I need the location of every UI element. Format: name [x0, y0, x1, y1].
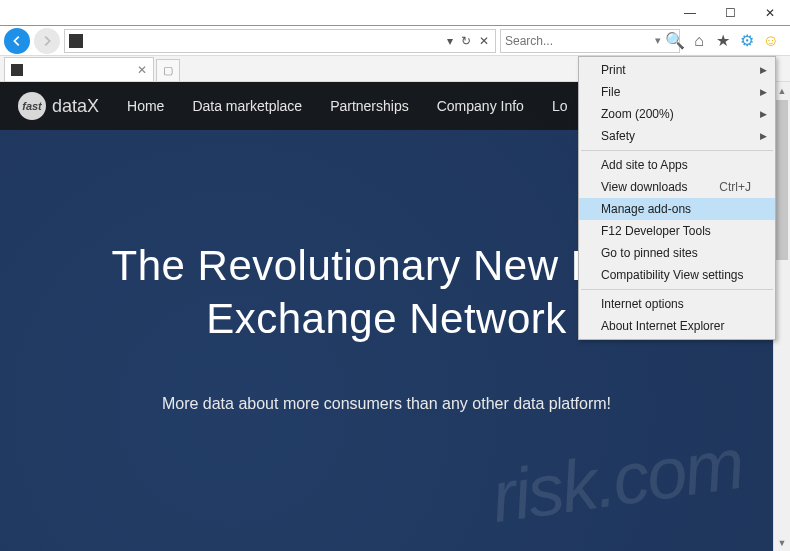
feedback-smiley-icon[interactable]: ☺: [762, 32, 780, 50]
nav-login[interactable]: Lo: [552, 98, 568, 114]
scroll-up-arrow-icon[interactable]: ▲: [774, 82, 790, 99]
scroll-down-arrow-icon[interactable]: ▼: [774, 534, 790, 551]
gear-icon[interactable]: ⚙: [738, 32, 756, 50]
nav-company-info[interactable]: Company Info: [437, 98, 524, 114]
address-dropdown-icon[interactable]: ▾: [445, 34, 455, 48]
refresh-icon[interactable]: ↻: [459, 34, 473, 48]
menu-view-downloads[interactable]: View downloads Ctrl+J: [579, 176, 775, 198]
watermark-text: risk.com: [487, 422, 748, 538]
menu-about-internet-explorer[interactable]: About Internet Explorer: [579, 315, 775, 337]
toolbar-right-icons: ⌂ ★ ⚙ ☺: [684, 32, 786, 50]
address-input[interactable]: [89, 34, 439, 48]
tab-close-icon[interactable]: ✕: [137, 63, 147, 77]
menu-f12-developer-tools[interactable]: F12 Developer Tools: [579, 220, 775, 242]
menu-label: Internet options: [601, 297, 684, 311]
menu-safety[interactable]: Safety ▶: [579, 125, 775, 147]
menu-add-site-to-apps[interactable]: Add site to Apps: [579, 154, 775, 176]
submenu-arrow-icon: ▶: [760, 131, 767, 141]
menu-label: Compatibility View settings: [601, 268, 744, 282]
window-minimize-button[interactable]: —: [670, 0, 710, 26]
menu-label: About Internet Explorer: [601, 319, 724, 333]
logo-text: dataX: [52, 96, 99, 117]
scroll-thumb[interactable]: [776, 100, 788, 260]
browser-toolbar: ▾ ↻ ✕ ▾ 🔍 ⌂ ★ ⚙ ☺: [0, 26, 790, 56]
address-controls: ▾ ↻ ✕: [445, 34, 491, 48]
menu-label: Manage add-ons: [601, 202, 691, 216]
search-bar[interactable]: ▾ 🔍: [500, 29, 680, 53]
window-titlebar: — ☐ ✕: [0, 0, 790, 26]
menu-manage-addons[interactable]: Manage add-ons: [579, 198, 775, 220]
menu-zoom[interactable]: Zoom (200%) ▶: [579, 103, 775, 125]
site-favicon: [69, 34, 83, 48]
menu-compatibility-view-settings[interactable]: Compatibility View settings: [579, 264, 775, 286]
menu-label: Go to pinned sites: [601, 246, 698, 260]
tab-favicon: [11, 64, 23, 76]
menu-label: File: [601, 85, 620, 99]
menu-shortcut: Ctrl+J: [719, 180, 751, 194]
menu-label: View downloads: [601, 180, 688, 194]
menu-separator: [581, 150, 773, 151]
submenu-arrow-icon: ▶: [760, 109, 767, 119]
search-icon[interactable]: 🔍: [665, 31, 685, 50]
menu-label: Zoom (200%): [601, 107, 674, 121]
menu-print[interactable]: Print ▶: [579, 59, 775, 81]
address-bar[interactable]: ▾ ↻ ✕: [64, 29, 496, 53]
nav-partnerships[interactable]: Partnerships: [330, 98, 409, 114]
stop-icon[interactable]: ✕: [477, 34, 491, 48]
new-tab-button[interactable]: ▢: [156, 59, 180, 81]
menu-label: Add site to Apps: [601, 158, 688, 172]
menu-go-to-pinned-sites[interactable]: Go to pinned sites: [579, 242, 775, 264]
tools-menu: Print ▶ File ▶ Zoom (200%) ▶ Safety ▶ Ad…: [578, 56, 776, 340]
nav-marketplace[interactable]: Data marketplace: [192, 98, 302, 114]
search-dropdown-icon[interactable]: ▾: [655, 34, 661, 47]
favorites-icon[interactable]: ★: [714, 32, 732, 50]
menu-label: F12 Developer Tools: [601, 224, 711, 238]
submenu-arrow-icon: ▶: [760, 87, 767, 97]
site-logo[interactable]: fast dataX: [18, 92, 99, 120]
logo-badge: fast: [18, 92, 46, 120]
search-input[interactable]: [505, 34, 655, 48]
menu-internet-options[interactable]: Internet options: [579, 293, 775, 315]
submenu-arrow-icon: ▶: [760, 65, 767, 75]
window-maximize-button[interactable]: ☐: [710, 0, 750, 26]
back-button[interactable]: [4, 28, 30, 54]
browser-tab[interactable]: ✕: [4, 57, 154, 81]
hero-subtitle: More data about more consumers than any …: [0, 395, 773, 413]
window-close-button[interactable]: ✕: [750, 0, 790, 26]
nav-home[interactable]: Home: [127, 98, 164, 114]
menu-separator: [581, 289, 773, 290]
menu-label: Safety: [601, 129, 635, 143]
menu-label: Print: [601, 63, 626, 77]
home-icon[interactable]: ⌂: [690, 32, 708, 50]
menu-file[interactable]: File ▶: [579, 81, 775, 103]
forward-button[interactable]: [34, 28, 60, 54]
